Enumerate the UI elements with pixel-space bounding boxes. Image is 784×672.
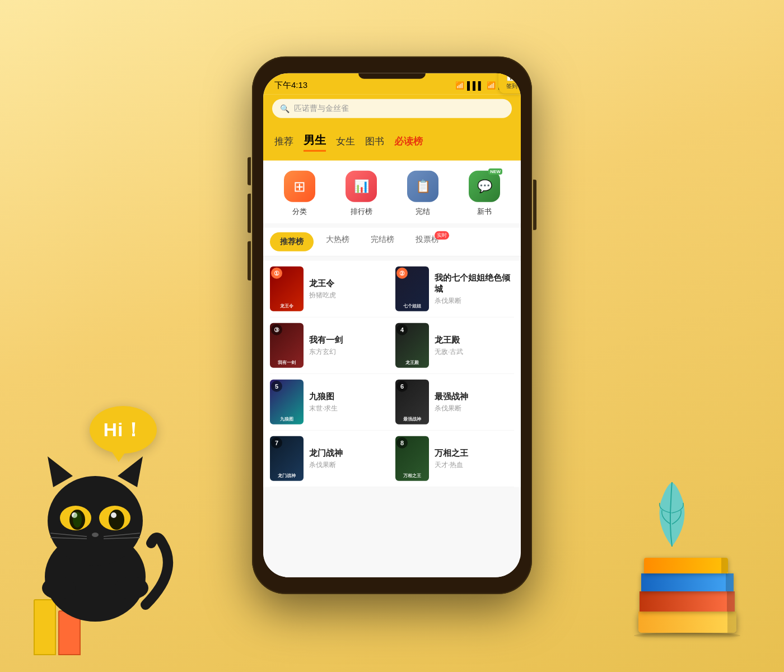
svg-line-13 [50,538,87,539]
quick-icon-category[interactable]: ⊞ 分类 [284,171,315,217]
book-title-3: 我有一剑 [309,334,389,346]
rank-badge-7: 7 [271,437,282,449]
book-subtitle-8: 天才·热血 [435,460,514,470]
book-cover-1: ① 龙王令 [270,267,304,311]
svg-line-14 [104,533,140,536]
book-subtitle-7: 杀伐果断 [309,460,389,470]
cover-text-7: 龙门战神 [271,473,302,479]
svg-point-17 [115,577,148,599]
svg-point-8 [72,512,77,518]
chart-tab-hot-label: 大热榜 [326,235,349,244]
quick-icon-newbook[interactable]: 💬 NEW 新书 [469,171,500,217]
svg-point-9 [111,512,116,518]
book-title-6: 最强战神 [435,391,514,402]
tab-female[interactable]: 女生 [336,134,355,150]
cover-text-8: 万相之王 [396,473,428,479]
hi-bubble: Hi！ [90,406,157,454]
category-icon: ⊞ [293,178,306,195]
rank-badge-1: ① [271,268,282,279]
phone-wrapper: 下午4:13 📶 ▌▌▌ 📶 99 [252,57,532,594]
ranking-label: 排行榜 [351,207,372,217]
book-title-2: 我的七个姐姐绝色倾城 [435,272,514,294]
svg-line-12 [50,533,87,536]
book-info-4: 龙王殿 无敌·古武 [435,334,514,357]
book-info-1: 龙王令 扮猪吃虎 [309,278,389,301]
chart-tab-complete-label: 完结榜 [371,235,394,244]
svg-point-10 [73,512,82,528]
deco-books-left [34,599,81,655]
chart-tab-hot[interactable]: 大热榜 [317,228,358,256]
books-stack-right [638,558,739,638]
chart-tab-vote[interactable]: 投票榜 实时 [407,228,448,256]
book-info-7: 龙门战神 杀伐果断 [309,447,389,470]
tab-male[interactable]: 男生 [304,133,326,152]
rank-badge-3: ③ [271,324,282,335]
list-item[interactable]: 7 龙门战神 龙门战神 杀伐果断 [270,436,389,481]
ranking-icon-circle: 📊 [346,171,377,202]
cover-text-3: 我有一剑 [271,360,302,366]
book-subtitle-3: 东方玄幻 [309,347,389,357]
list-item[interactable]: 6 最强战神 最强战神 杀伐果断 [395,380,514,424]
bubble-tail [112,452,125,462]
tab-books[interactable]: 图书 [365,134,384,150]
list-item[interactable]: 8 万相之王 万相之王 天才·热血 [395,436,514,481]
phone-notch [358,73,426,79]
checkin-button[interactable]: 📅 签到 [498,73,521,94]
book-title-5: 九狼图 [309,391,389,402]
svg-point-1 [48,476,143,566]
book-title-4: 龙王殿 [435,334,514,346]
checkin-label: 签到 [506,82,517,90]
svg-line-15 [104,538,140,539]
search-icon: 🔍 [280,104,290,113]
phone-outer: 下午4:13 📶 ▌▌▌ 📶 99 [252,57,532,594]
svg-point-7 [109,510,124,530]
bluetooth-icon: 📶 [455,81,464,90]
book-title-1: 龙王令 [309,278,389,289]
book-info-2: 我的七个姐姐绝色倾城 杀伐果断 [435,272,514,306]
chart-tab-complete[interactable]: 完结榜 [362,228,403,256]
svg-point-5 [99,506,130,530]
svg-marker-2 [48,456,73,487]
newbook-label: 新书 [477,207,492,217]
book-list: ① 龙王令 龙王令 扮猪吃虎 [263,261,521,487]
cover-text-2: 七个姐姐 [396,303,428,309]
quick-icon-complete[interactable]: 📋 完结 [407,171,438,217]
cover-text-5: 九狼图 [271,416,302,422]
top-area: 🔍 匹诺曹与金丝雀 📅 签到 推荐 男生 女生 [263,95,521,161]
complete-icon-circle: 📋 [407,171,438,202]
wifi-icon: 📶 [487,81,496,90]
book-row-1: ① 龙王令 龙王令 扮猪吃虎 [270,261,514,318]
content-area: ⊞ 分类 📊 排行榜 [263,161,521,577]
svg-point-11 [92,533,99,537]
tab-recommend[interactable]: 推荐 [274,134,293,150]
rank-badge-4: 4 [396,324,408,335]
category-label: 分类 [292,207,307,217]
list-item[interactable]: 4 龙王殿 龙王殿 无敌·古武 [395,323,514,368]
svg-point-16 [42,577,76,599]
list-item[interactable]: ① 龙王令 龙王令 扮猪吃虎 [270,267,389,311]
book-info-8: 万相之王 天才·热血 [435,447,514,470]
book-cover-6: 6 最强战神 [395,380,429,424]
rank-badge-8: 8 [396,437,408,449]
cover-text-6: 最强战神 [396,416,428,422]
list-item[interactable]: ② 七个姐姐 我的七个姐姐绝色倾城 杀伐果断 [395,267,514,311]
cat-character [17,431,174,627]
cover-text-1: 龙王令 [271,303,302,309]
realtime-badge: 实时 [435,231,449,240]
chart-tab-recommend[interactable]: 推荐榜 [270,232,314,251]
newbook-icon: 💬 [477,179,492,194]
book-cover-8: 8 万相之王 [395,436,429,481]
book-title-8: 万相之王 [435,447,514,459]
list-item[interactable]: ③ 我有一剑 我有一剑 东方玄幻 [270,323,389,368]
list-item[interactable]: 5 九狼图 九狼图 末世·求生 [270,380,389,424]
book-subtitle-6: 杀伐果断 [435,404,514,413]
book-subtitle-2: 杀伐果断 [435,296,514,306]
quick-icon-ranking[interactable]: 📊 排行榜 [346,171,377,217]
book-info-6: 最强战神 杀伐果断 [435,391,514,414]
chart-tabs-section: 推荐榜 大热榜 完结榜 投票榜 实时 [263,228,521,256]
search-bar[interactable]: 🔍 匹诺曹与金丝雀 [272,99,512,118]
rank-badge-5: 5 [271,381,282,392]
tab-mustread[interactable]: 必读榜 [394,134,423,150]
complete-label: 完结 [416,207,430,217]
book-info-3: 我有一剑 东方玄幻 [309,334,389,357]
